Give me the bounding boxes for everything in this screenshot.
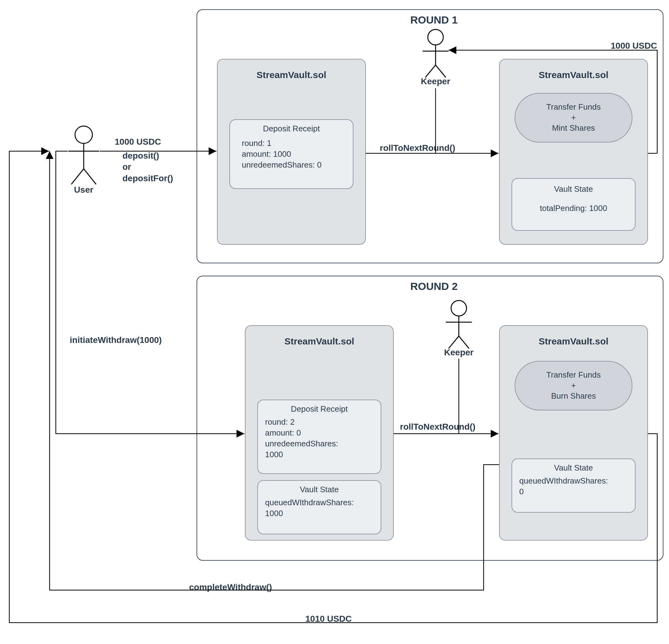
out-usdc-label: 1000 USDC	[611, 40, 657, 52]
round1-title: ROUND 1	[403, 14, 465, 26]
r2-left-state-body: queuedWIthdrawShares: 1000	[265, 497, 380, 519]
deposit-fns-label: deposit() or depositFor()	[123, 150, 173, 184]
r1-action-pill: Transfer Funds + Mint Shares	[515, 93, 632, 143]
r2-receipt-title: Deposit Receipt	[257, 404, 381, 414]
return-usdc-label: 1010 USDC	[305, 613, 352, 625]
round2-title: ROUND 2	[403, 280, 465, 292]
r2-left-card-title: StreamVault.sol	[245, 336, 394, 347]
r2-left-state-title: Vault State	[257, 485, 381, 494]
r1-left-card-title: StreamVault.sol	[217, 70, 366, 80]
svg-point-0	[75, 126, 92, 143]
user-actor-icon	[68, 126, 99, 184]
keeper2-actor-label: Keeper	[440, 347, 478, 358]
r2-receipt-body: round: 2 amount: 0 unredeemedShares: 100…	[265, 416, 380, 460]
keeper1-actor-label: Keeper	[417, 76, 454, 87]
r1-state-title: Vault State	[512, 184, 636, 194]
roll1-label: rollToNextRound()	[380, 143, 455, 153]
svg-line-3	[71, 169, 84, 184]
r2-right-card-title: StreamVault.sol	[499, 336, 648, 347]
r1-right-card-title: StreamVault.sol	[499, 70, 648, 80]
r2-right-state-body: queuedWIthdrawShares: 0	[519, 475, 634, 497]
initiate-withdraw-label: initiateWithdraw(1000)	[70, 335, 162, 346]
r1-state-body: totalPending: 1000	[512, 203, 636, 214]
deposit-amount-label: 1000 USDC	[115, 136, 161, 147]
user-actor-label: User	[68, 184, 99, 195]
diagram-canvas: ROUND 1 StreamVault.sol Deposit Receipt …	[0, 0, 669, 644]
r2-right-state-title: Vault State	[512, 463, 636, 473]
svg-line-4	[84, 169, 96, 184]
r2-action-pill: Transfer Funds + Burn Shares	[515, 361, 632, 410]
r1-receipt-title: Deposit Receipt	[229, 124, 353, 133]
roll2-label: rollToNextRound()	[400, 421, 475, 433]
r1-receipt-body: round: 1 amount: 1000 unredeemedShares: …	[242, 138, 353, 170]
complete-withdraw-label: completeWithdraw()	[189, 582, 272, 593]
